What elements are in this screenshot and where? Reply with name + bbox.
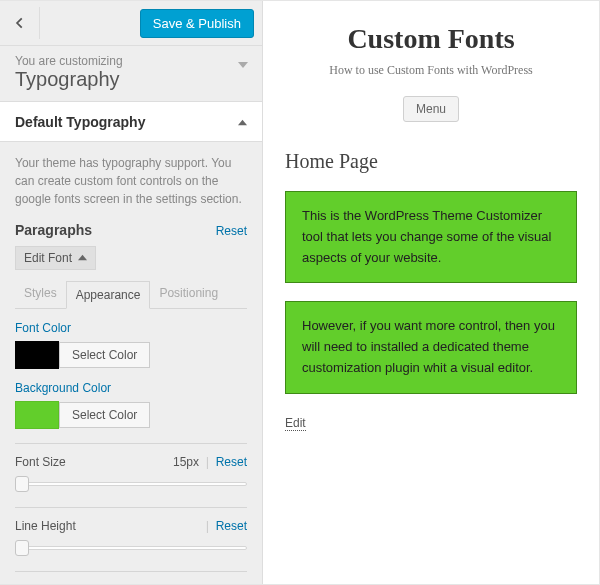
bg-color-field: Background Color Select Color: [15, 381, 247, 429]
slider-thumb[interactable]: [15, 476, 29, 492]
letter-spacing-row: Letter Spacing px | Reset: [15, 571, 247, 584]
font-size-label: Font Size: [15, 455, 66, 469]
line-height-label: Line Height: [15, 519, 76, 533]
tab-styles[interactable]: Styles: [15, 280, 66, 308]
letter-spacing-value: px: [186, 583, 199, 584]
back-button[interactable]: [0, 7, 40, 39]
chevron-left-icon: [13, 16, 27, 30]
font-size-value: 15px: [173, 455, 199, 469]
svg-marker-1: [238, 120, 247, 125]
paragraphs-reset-link[interactable]: Reset: [216, 224, 247, 238]
content-paragraph-1: This is the WordPress Theme Customizer t…: [285, 191, 577, 283]
line-height-slider[interactable]: [15, 539, 247, 557]
paragraphs-header: Paragraphs Reset: [15, 222, 247, 238]
font-size-slider[interactable]: [15, 475, 247, 493]
customizer-topbar: Save & Publish: [0, 1, 262, 46]
page-heading: Home Page: [285, 150, 577, 173]
customizer-sidebar: Save & Publish You are customizing Typog…: [0, 1, 263, 584]
slider-thumb[interactable]: [15, 540, 29, 556]
letter-spacing-reset[interactable]: Reset: [216, 583, 247, 584]
section-description: Your theme has typography support. You c…: [15, 154, 247, 208]
font-tabs: Styles Appearance Positioning: [15, 280, 247, 309]
tab-appearance[interactable]: Appearance: [66, 281, 151, 309]
bg-color-label: Background Color: [15, 381, 247, 395]
tab-positioning[interactable]: Positioning: [150, 280, 227, 308]
breadcrumb-small: You are customizing: [15, 54, 247, 68]
caret-down-icon: [238, 58, 248, 73]
customizer-root: Save & Publish You are customizing Typog…: [0, 0, 600, 585]
font-color-swatch[interactable]: [15, 341, 59, 369]
bg-color-swatch[interactable]: [15, 401, 59, 429]
save-publish-button[interactable]: Save & Publish: [140, 9, 254, 38]
section-body: Your theme has typography support. You c…: [0, 142, 262, 584]
line-height-row: Line Height | Reset: [15, 507, 247, 533]
svg-marker-2: [78, 255, 87, 260]
font-color-field: Font Color Select Color: [15, 321, 247, 369]
site-title[interactable]: Custom Fonts: [285, 23, 577, 55]
font-size-reset[interactable]: Reset: [216, 455, 247, 469]
edit-link[interactable]: Edit: [285, 416, 306, 431]
font-size-row: Font Size 15px | Reset: [15, 443, 247, 469]
caret-up-icon: [78, 251, 87, 265]
font-color-select-button[interactable]: Select Color: [59, 342, 150, 368]
edit-font-toggle[interactable]: Edit Font: [15, 246, 96, 270]
line-height-reset[interactable]: Reset: [216, 519, 247, 533]
breadcrumb[interactable]: You are customizing Typography: [0, 46, 262, 102]
section-title: Default Typography: [15, 114, 145, 130]
letter-spacing-label: Letter Spacing: [15, 583, 92, 584]
site-tagline: How to use Custom Fonts with WordPress: [285, 63, 577, 78]
caret-up-icon: [238, 114, 247, 130]
paragraphs-title: Paragraphs: [15, 222, 92, 238]
bg-color-select-button[interactable]: Select Color: [59, 402, 150, 428]
font-color-label: Font Color: [15, 321, 247, 335]
breadcrumb-title: Typography: [15, 68, 247, 91]
content-paragraph-2: However, if you want more control, then …: [285, 301, 577, 393]
edit-font-label: Edit Font: [24, 251, 72, 265]
section-header-default-typography[interactable]: Default Typography: [0, 102, 262, 142]
menu-button[interactable]: Menu: [403, 96, 459, 122]
site-preview: Custom Fonts How to use Custom Fonts wit…: [263, 1, 599, 584]
svg-marker-0: [238, 62, 248, 68]
